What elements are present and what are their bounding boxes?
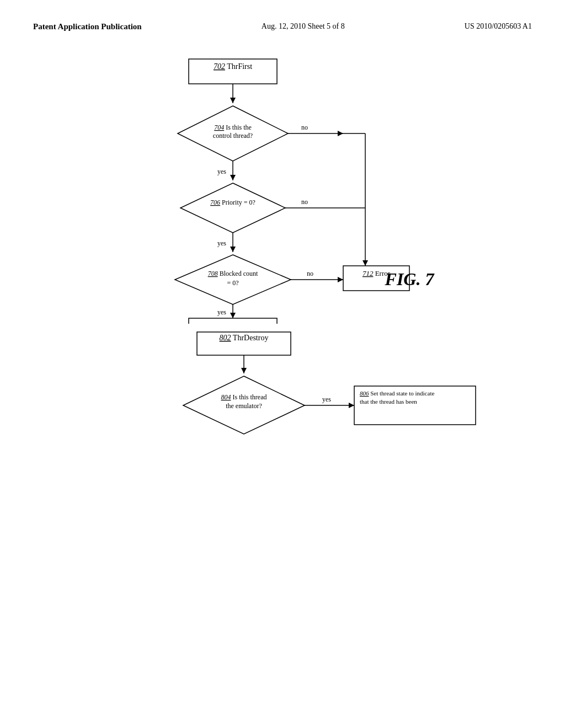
svg-marker-42 — [241, 368, 247, 373]
svg-marker-3 — [230, 98, 236, 103]
svg-marker-13 — [180, 183, 285, 233]
svg-text:no: no — [301, 198, 308, 206]
page: Patent Application Publication Aug. 12, … — [0, 0, 565, 728]
svg-text:= 0?: = 0? — [227, 279, 238, 287]
svg-rect-36 — [189, 318, 277, 324]
svg-text:708
         Blocked count: 708 Blocked count — [208, 270, 258, 277]
svg-text:FIG. 7: FIG. 7 — [385, 269, 435, 289]
svg-marker-27 — [338, 277, 343, 282]
svg-text:806
         Set thread state : 806 Set thread state to indicate — [360, 390, 434, 397]
svg-marker-34 — [230, 313, 236, 318]
svg-text:yes: yes — [322, 395, 331, 403]
header-publication-title: Patent Application Publication — [33, 22, 142, 31]
header-date-sheet: Aug. 12, 2010 Sheet 5 of 8 — [262, 22, 345, 31]
svg-text:yes: yes — [217, 308, 226, 316]
svg-text:802
         ThrDestroy: 802 ThrDestroy — [220, 334, 269, 342]
svg-text:control thread?: control thread? — [213, 132, 253, 140]
svg-text:702
         ThrFirst: 702 ThrFirst — [214, 62, 252, 71]
page-header: Patent Application Publication Aug. 12, … — [33, 22, 532, 31]
svg-text:704
         Is this the: 704 Is this the — [214, 124, 252, 131]
svg-text:yes: yes — [217, 239, 226, 247]
svg-marker-32 — [363, 260, 368, 266]
svg-marker-8 — [338, 131, 343, 136]
diagrams-container: 702 ThrFirst 704 Is this the control thr… — [33, 48, 532, 728]
svg-marker-47 — [349, 403, 354, 408]
svg-text:no: no — [301, 124, 308, 131]
svg-text:706
         Priority = 0?: 706 Priority = 0? — [210, 199, 255, 206]
svg-text:no: no — [307, 270, 313, 277]
svg-text:804
         Is this thread: 804 Is this thread — [221, 393, 267, 401]
svg-text:the emulator?: the emulator? — [226, 402, 262, 410]
header-patent-number: US 2010/0205603 A1 — [465, 22, 532, 31]
svg-text:yes: yes — [217, 168, 226, 175]
svg-text:that the thread has been
     : that the thread has been destroyed but c… — [360, 398, 417, 405]
svg-marker-21 — [230, 247, 236, 252]
svg-marker-11 — [230, 175, 236, 180]
fig7-diagram: 702 ThrFirst 704 Is this the control thr… — [34, 48, 531, 324]
fig8-diagram: 802 ThrDestroy 804 Is this thread the em… — [34, 324, 531, 728]
